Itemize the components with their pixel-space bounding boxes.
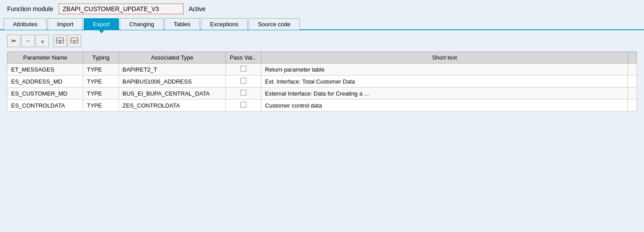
parameters-table: Parameter Name Typing Associated Type Pa… [7, 52, 637, 112]
cut-icon: ✂ [11, 37, 16, 44]
cell-last [628, 76, 637, 88]
cell-short-text: Customer control data [261, 100, 628, 112]
table-row[interactable]: ET_MESSAGESTYPEBAPIRET2_TReturn paramete… [8, 64, 637, 76]
cell-last [628, 100, 637, 112]
function-module-label: Function module [7, 5, 53, 12]
cell-param-name: ET_MESSAGES [8, 64, 83, 76]
cell-short-text: External Interface: Data for Creating a … [261, 88, 628, 100]
pass-val-checkbox[interactable] [240, 66, 246, 72]
col-header-last [628, 52, 637, 64]
cell-pass-val[interactable] [226, 76, 261, 88]
copy-button[interactable]: ⎓ [21, 35, 35, 47]
tab-source-code[interactable]: Source code [249, 18, 300, 30]
col-header-short-text: Short text [261, 52, 628, 64]
col-header-pass-val: Pass Val... [226, 52, 261, 64]
cell-pass-val[interactable] [226, 100, 261, 112]
tab-export[interactable]: Export [84, 18, 119, 30]
add-row-icon [56, 36, 64, 46]
cut-button[interactable]: ✂ [7, 35, 20, 47]
tab-changing[interactable]: Changing [120, 18, 163, 30]
cell-param-name: ES_CUSTOMER_MD [8, 88, 83, 100]
cell-typing: TYPE [83, 88, 119, 100]
col-header-typing: Typing [83, 52, 119, 64]
tabs-bar: Attributes Import Export Changing Tables… [0, 18, 644, 30]
col-header-param-name: Parameter Name [8, 52, 83, 64]
status-label: Active [189, 5, 206, 12]
tab-attributes[interactable]: Attributes [4, 18, 47, 30]
table-row[interactable]: ES_CUSTOMER_MDTYPEBUS_EI_BUPA_CENTRAL_DA… [8, 88, 637, 100]
cell-assoc-type: BAPIRET2_T [119, 64, 226, 76]
tab-import[interactable]: Import [48, 18, 83, 30]
pass-val-checkbox[interactable] [240, 78, 246, 84]
cell-param-name: ES_ADDRESS_MD [8, 76, 83, 88]
cell-typing: TYPE [83, 76, 119, 88]
cell-assoc-type: ZES_CONTROLDATA [119, 100, 226, 112]
cell-short-text: Ext. Interface: Total Customer Data [261, 76, 628, 88]
cell-param-name: ES_CONTROLDATA [8, 100, 83, 112]
table-row[interactable]: ES_ADDRESS_MDTYPEBAPIBUS1006_ADDRESSExt.… [8, 76, 637, 88]
cell-last [628, 88, 637, 100]
delete-row-button[interactable] [68, 35, 81, 47]
tab-tables[interactable]: Tables [164, 18, 200, 30]
cell-assoc-type: BUS_EI_BUPA_CENTRAL_DATA [119, 88, 226, 100]
cell-assoc-type: BAPIBUS1006_ADDRESS [119, 76, 226, 88]
copy-icon: ⎓ [27, 38, 30, 44]
table-row[interactable]: ES_CONTROLDATATYPEZES_CONTROLDATACustome… [8, 100, 637, 112]
cell-typing: TYPE [83, 100, 119, 112]
pass-val-checkbox[interactable] [240, 102, 246, 108]
add-row-button[interactable] [53, 35, 67, 47]
table-container: Parameter Name Typing Associated Type Pa… [0, 52, 644, 119]
delete-row-icon [70, 36, 78, 46]
cell-last [628, 64, 637, 76]
cell-short-text: Return parameter table [261, 64, 628, 76]
cell-pass-val[interactable] [226, 64, 261, 76]
tab-exceptions[interactable]: Exceptions [201, 18, 248, 30]
paste-button[interactable]: ⎒ [36, 35, 49, 47]
paste-icon: ⎒ [41, 38, 44, 44]
toolbar: ✂ ⎓ ⎒ [0, 30, 644, 52]
cell-typing: TYPE [83, 64, 119, 76]
col-header-assoc-type: Associated Type [119, 52, 226, 64]
pass-val-checkbox[interactable] [240, 90, 246, 96]
cell-pass-val[interactable] [226, 88, 261, 100]
function-module-input[interactable] [59, 4, 183, 14]
top-bar: Function module Active [0, 0, 644, 18]
